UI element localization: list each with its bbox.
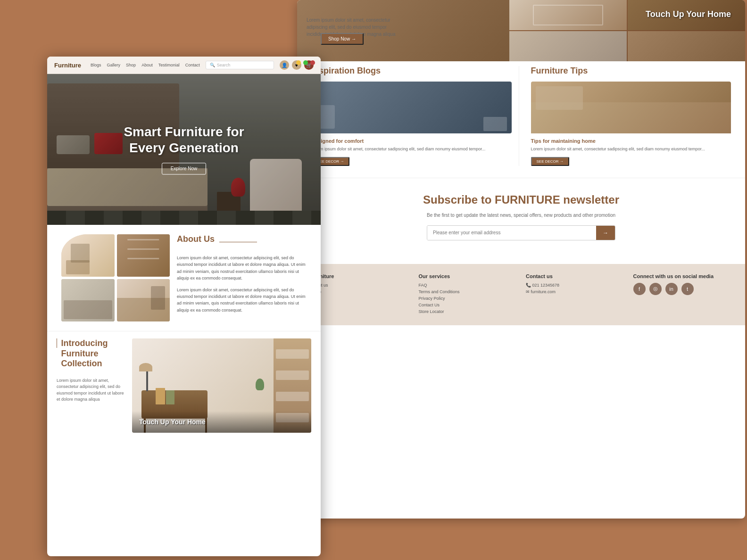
front-intro-section: Introducing Furniture Collection Lorem i…: [47, 331, 321, 440]
front-intro-image: Touch Up Your Home: [132, 338, 311, 433]
back-hero-img-3: [509, 31, 627, 61]
front-nav-search[interactable]: 🔍 Search: [206, 61, 274, 69]
back-blog2-subtitle: Tips for maintaining home: [531, 138, 731, 144]
back-twitter-icon[interactable]: t: [681, 283, 694, 295]
back-blog1-subtitle: Designed for comfort: [311, 138, 512, 144]
back-email-submit[interactable]: →: [596, 226, 615, 240]
search-placeholder: Search: [217, 63, 231, 67]
back-footer-faq[interactable]: FAQ: [419, 283, 517, 288]
front-intro-content: Introducing Furniture Collection Lorem i…: [57, 338, 132, 433]
front-nav: Furniture Blogs Gallery Shop About Testi…: [47, 57, 321, 74]
back-footer-services: Our services FAQ Terms and Conditions Pr…: [419, 273, 517, 316]
front-about-header: About Us: [177, 234, 307, 250]
nav-profile-icon[interactable]: 👤: [280, 60, 289, 70]
front-about-content: About Us Lorem ipsum dolor sit amet, con…: [177, 234, 307, 321]
back-inspiration-col: Inspiration Blogs Designed for comfort L…: [311, 66, 519, 166]
back-instagram-icon[interactable]: ◎: [649, 283, 662, 295]
back-shop-button[interactable]: Shop Now →: [321, 33, 364, 45]
back-footer-contact-col: Contact us 📞 021 12345678 ✉ furniture.co…: [526, 273, 624, 316]
about-img-3: [61, 279, 115, 321]
shelf-item-2: [276, 371, 309, 380]
search-icon: 🔍: [210, 63, 215, 67]
front-explore-btn[interactable]: Explore Now: [162, 163, 207, 175]
back-footer-company: Furniture About us Shop: [311, 273, 409, 316]
back-footer-email: ✉ furniture.com: [526, 289, 624, 294]
back-footer-about[interactable]: About us: [311, 283, 409, 288]
about-img-4: [117, 279, 170, 321]
nav-blogs[interactable]: Blogs: [91, 63, 101, 67]
front-about-images: [61, 234, 170, 321]
back-footer-store[interactable]: Store Locator: [419, 309, 517, 314]
back-social-icons-group: f ◎ in t: [633, 283, 731, 295]
back-subscribe-section: Subscribe to FURNITURE newsletter Be the…: [297, 178, 745, 255]
back-hero-img-4: [628, 31, 745, 61]
back-email-input[interactable]: [427, 226, 596, 240]
back-inspiration-title: Inspiration Blogs: [311, 66, 512, 76]
about-img-2: [117, 234, 170, 277]
back-blogs-section: Inspiration Blogs Designed for comfort L…: [297, 61, 745, 171]
back-footer-contact[interactable]: Contact Us: [419, 303, 517, 307]
front-intro-overlay: Touch Up Your Home: [132, 411, 311, 433]
back-facebook-icon[interactable]: f: [633, 283, 646, 295]
close-button[interactable]: [310, 60, 315, 65]
back-linkedin-icon[interactable]: in: [665, 283, 678, 295]
shelf-item-3: [276, 392, 309, 401]
front-intro-text: Lorem ipsum dolor sit amet, consectetur …: [57, 378, 125, 403]
back-blog2-see-more[interactable]: SEE DECOR →: [531, 157, 569, 166]
maximize-button[interactable]: [303, 60, 308, 65]
back-footer: Furniture About us Shop Our services FAQ…: [297, 264, 745, 325]
back-footer-phone: 📞 021 12345678: [526, 283, 624, 288]
front-hero: Smart Furniture for Every Generation Exp…: [47, 74, 321, 225]
back-footer-contact-title: Contact us: [526, 273, 624, 279]
back-blog2-text: Lorem ipsum dolor sit amet, consectetur …: [531, 146, 731, 152]
front-window: Furniture Blogs Gallery Shop About Testi…: [47, 57, 321, 556]
nav-about[interactable]: About: [141, 63, 153, 67]
back-footer-social-title: Connect with us on social media: [633, 273, 731, 279]
back-tips-col: Furniture Tips Tips for maintaining home…: [519, 66, 731, 166]
front-hero-content: Smart Furniture for Every Generation Exp…: [116, 124, 252, 174]
nav-contact[interactable]: Contact: [185, 63, 200, 67]
window-controls: [296, 60, 315, 65]
front-about-divider: [219, 242, 257, 242]
back-hero: Lorem ipsum dolor sit amet, consectetur …: [297, 0, 745, 61]
back-subscribe-subtitle: Be the first to get update the latest ne…: [325, 213, 717, 218]
front-nav-logo: Furniture: [54, 62, 81, 69]
back-footer-terms[interactable]: Terms and Conditions: [419, 289, 517, 294]
back-blog1-text: Lorem ipsum dolor sit amet, consectetur …: [311, 146, 512, 152]
front-about-text1: Lorem ipsum dolor sit amet, consectetur …: [177, 255, 307, 282]
back-footer-social: Connect with us on social media f ◎ in t: [633, 273, 731, 316]
back-footer-shop[interactable]: Shop: [311, 289, 409, 294]
front-intro-accent: [57, 338, 57, 348]
back-footer-company-title: Furniture: [311, 273, 409, 279]
nav-shop[interactable]: Shop: [126, 63, 136, 67]
back-blog-img-2: [531, 82, 731, 133]
back-hero-overlay-title: Touch Up Your Home: [646, 9, 731, 19]
nav-testimonial[interactable]: Testimonial: [158, 63, 180, 67]
back-blog-img-1: [311, 82, 512, 133]
back-hero-img-1: [509, 0, 627, 30]
front-intro-title: Introducing Furniture Collection: [61, 338, 125, 369]
front-about-text2: Lorem ipsum dolor sit amet, consectetur …: [177, 287, 307, 314]
nav-gallery[interactable]: Gallery: [107, 63, 121, 67]
shelf-item-1: [276, 349, 309, 359]
back-footer-privacy[interactable]: Privacy Policy: [419, 296, 517, 301]
minimize-button[interactable]: [296, 60, 301, 65]
back-window: Lorem ipsum dolor sit amet, consectetur …: [297, 0, 745, 519]
back-tips-title: Furniture Tips: [531, 66, 731, 76]
back-email-form: →: [427, 225, 615, 240]
about-img-1: [61, 234, 115, 277]
front-about-title: About Us: [177, 234, 215, 244]
front-about-section: About Us Lorem ipsum dolor sit amet, con…: [47, 225, 321, 331]
back-footer-services-title: Our services: [419, 273, 517, 279]
back-subscribe-title: Subscribe to FURNITURE newsletter: [325, 192, 717, 207]
front-hero-title: Smart Furniture for Every Generation: [116, 124, 252, 156]
